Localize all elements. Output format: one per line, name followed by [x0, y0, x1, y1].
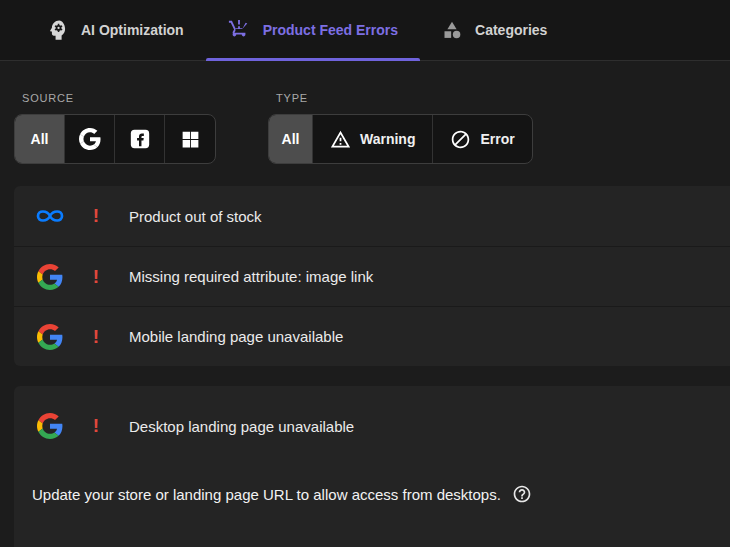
- facebook-icon: [129, 128, 151, 150]
- error-message: Missing required attribute: image link: [129, 268, 373, 285]
- source-all-button[interactable]: All: [15, 115, 65, 163]
- error-severity-icon: !: [90, 205, 102, 227]
- microsoft-icon: [180, 129, 201, 150]
- expanded-error-card: ! Desktop landing page unavailable Updat…: [14, 386, 730, 547]
- help-icon[interactable]: [512, 484, 532, 504]
- google-logo-icon: [35, 264, 65, 290]
- type-warning-button[interactable]: Warning: [313, 115, 433, 163]
- google-logo-icon: [35, 324, 65, 350]
- error-severity-icon: !: [90, 326, 102, 348]
- source-filter-label: SOURCE: [22, 92, 216, 104]
- error-detail: Update your store or landing page URL to…: [14, 484, 730, 504]
- source-microsoft-button[interactable]: [165, 115, 215, 163]
- error-row-missing-image-link[interactable]: ! Missing required attribute: image link: [14, 246, 730, 306]
- source-filter-group: SOURCE All: [14, 92, 216, 164]
- type-all-label: All: [282, 131, 300, 147]
- tab-product-feed-errors[interactable]: Product Feed Errors: [206, 0, 420, 60]
- error-detail-text: Update your store or landing page URL to…: [32, 486, 501, 503]
- tab-label: Product Feed Errors: [263, 22, 398, 38]
- google-icon: [79, 128, 101, 150]
- type-filter-group: TYPE All Warning Error: [268, 92, 533, 164]
- tab-label: Categories: [475, 22, 547, 38]
- type-error-button[interactable]: Error: [433, 115, 531, 163]
- source-google-button[interactable]: [65, 115, 115, 163]
- category-shapes-icon: [442, 20, 462, 40]
- error-message: Product out of stock: [129, 208, 262, 225]
- error-row-mobile-landing-page[interactable]: ! Mobile landing page unavailable: [14, 306, 730, 366]
- error-message: Desktop landing page unavailable: [129, 418, 354, 435]
- tab-ai-optimization[interactable]: AI Optimization: [25, 0, 206, 60]
- tab-bar: AI Optimization Product Feed Errors Cate…: [0, 0, 730, 61]
- tab-categories[interactable]: Categories: [420, 0, 569, 60]
- source-facebook-button[interactable]: [115, 115, 165, 163]
- type-error-label: Error: [480, 131, 514, 147]
- warning-icon: [330, 129, 351, 150]
- meta-icon: [35, 206, 65, 226]
- type-all-button[interactable]: All: [269, 115, 313, 163]
- type-warning-label: Warning: [360, 131, 415, 147]
- error-row-product-out-of-stock[interactable]: ! Product out of stock: [14, 186, 730, 246]
- error-list-card: ! Product out of stock ! Missing require…: [14, 186, 730, 366]
- type-button-group: All Warning Error: [268, 114, 533, 164]
- type-filter-label: TYPE: [276, 92, 533, 104]
- source-all-label: All: [31, 131, 49, 147]
- error-message: Mobile landing page unavailable: [129, 328, 343, 345]
- source-button-group: All: [14, 114, 216, 164]
- filters: SOURCE All: [14, 92, 730, 164]
- block-icon: [450, 129, 471, 150]
- google-logo-icon: [35, 413, 65, 439]
- error-severity-icon: !: [90, 415, 102, 437]
- tab-label: AI Optimization: [81, 22, 184, 38]
- error-row-desktop-landing-page[interactable]: ! Desktop landing page unavailable: [14, 396, 730, 456]
- error-severity-icon: !: [90, 266, 102, 288]
- cart-alert-icon: [228, 19, 250, 41]
- ai-head-gear-icon: [47, 19, 68, 42]
